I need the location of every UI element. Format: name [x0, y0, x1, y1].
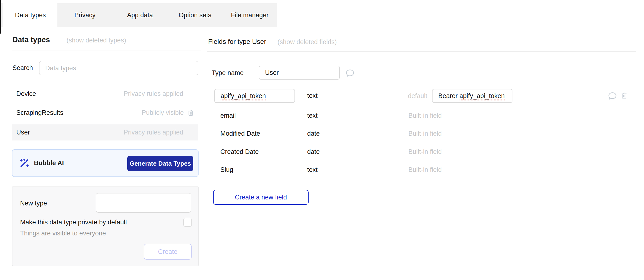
field-type: text [307, 112, 318, 119]
type-name: User [16, 129, 30, 136]
type-row-scrapingresults[interactable]: ScrapingResults Publicly visible [12, 105, 198, 121]
tab-app-data[interactable]: App data [112, 3, 168, 27]
default-value-word: apify_api_token [460, 92, 505, 100]
built-in-field-note: Built-in field [408, 130, 442, 137]
default-label: default [395, 92, 427, 100]
delete-type-icon[interactable] [188, 109, 194, 116]
delete-field-icon[interactable] [621, 92, 627, 99]
bubble-ai-card: Bubble AI Generate Data Types [12, 149, 198, 177]
magic-wand-icon [19, 158, 30, 169]
bubble-ai-label: Bubble AI [34, 160, 64, 167]
built-in-field-note: Built-in field [408, 112, 442, 119]
create-new-field-button[interactable]: Create a new field [213, 190, 308, 205]
comment-icon[interactable] [608, 92, 617, 100]
type-name: ScrapingResults [16, 109, 64, 116]
show-deleted-fields-link[interactable]: (show deleted fields) [278, 38, 337, 46]
field-name-value: apify_api_token [220, 92, 266, 100]
field-type: text [307, 166, 318, 174]
visibility-hint: Things are visible to everyone [20, 230, 106, 237]
search-input[interactable]: Data types [39, 61, 198, 75]
search-placeholder: Data types [45, 64, 76, 72]
default-value-prefix: Bearer [438, 92, 460, 99]
new-type-name-input[interactable] [96, 193, 192, 213]
field-type: date [307, 148, 320, 156]
field-name[interactable]: email [220, 112, 236, 119]
data-tab-page: Data types Privacy App data Option sets … [0, 0, 644, 280]
new-type-card: New type Make this data type private by … [12, 187, 198, 266]
field-name-input[interactable]: apify_api_token [214, 89, 295, 103]
field-type: date [307, 130, 320, 137]
data-section-tabbar: Data types Privacy App data Option sets … [1, 3, 277, 27]
type-row-user[interactable]: User Privacy rules applied [12, 124, 198, 141]
type-name-value: User [265, 69, 279, 76]
left-divider [12, 51, 201, 51]
private-by-default-label: Make this data type private by default [20, 219, 127, 226]
field-name[interactable]: Slug [220, 166, 233, 174]
built-in-field-note: Built-in field [408, 148, 442, 156]
search-label: Search [12, 64, 33, 72]
right-panel-title: Fields for type User [208, 38, 266, 46]
type-privacy-status: Publicly visible [142, 109, 184, 116]
comment-icon[interactable] [346, 69, 354, 77]
new-type-label: New type [20, 200, 47, 207]
tab-option-sets[interactable]: Option sets [168, 3, 222, 27]
tab-data-types[interactable]: Data types [3, 3, 58, 27]
right-divider [207, 51, 636, 52]
tab-privacy[interactable]: Privacy [58, 3, 112, 27]
type-row-device[interactable]: Device Privacy rules applied [12, 86, 198, 102]
field-default-input[interactable]: Bearer apify_api_token [432, 89, 512, 103]
type-privacy-status: Privacy rules applied [124, 90, 183, 98]
type-privacy-status: Privacy rules applied [124, 129, 183, 136]
field-name[interactable]: Modified Date [220, 130, 260, 137]
left-panel-title: Data types [12, 36, 50, 44]
built-in-field-note: Built-in field [408, 166, 442, 174]
field-name[interactable]: Created Date [220, 148, 259, 156]
tab-file-manager[interactable]: File manager [222, 3, 277, 27]
show-deleted-types-link[interactable]: (show deleted types) [66, 37, 126, 44]
type-name: Device [16, 90, 36, 98]
create-type-button[interactable]: Create [144, 244, 192, 260]
private-by-default-checkbox[interactable] [183, 218, 192, 227]
generate-data-types-button[interactable]: Generate Data Types [127, 156, 193, 171]
field-type[interactable]: text [307, 92, 318, 99]
type-name-label: Type name [212, 69, 244, 77]
type-name-input[interactable]: User [259, 66, 340, 80]
